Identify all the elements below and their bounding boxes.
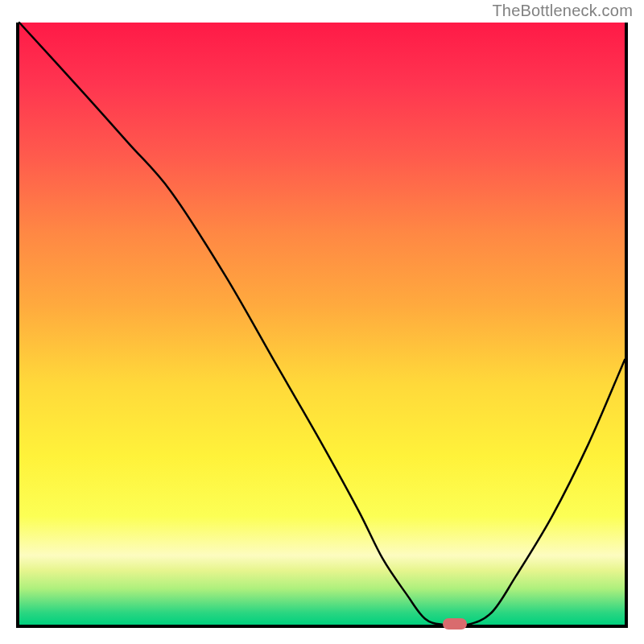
highlight-marker (443, 618, 467, 630)
watermark-text: TheBottleneck.com (492, 2, 633, 20)
bottleneck-curve (19, 23, 625, 625)
plot-area (16, 23, 628, 628)
chart-container: TheBottleneck.com (0, 0, 644, 644)
curve-path (19, 23, 625, 625)
